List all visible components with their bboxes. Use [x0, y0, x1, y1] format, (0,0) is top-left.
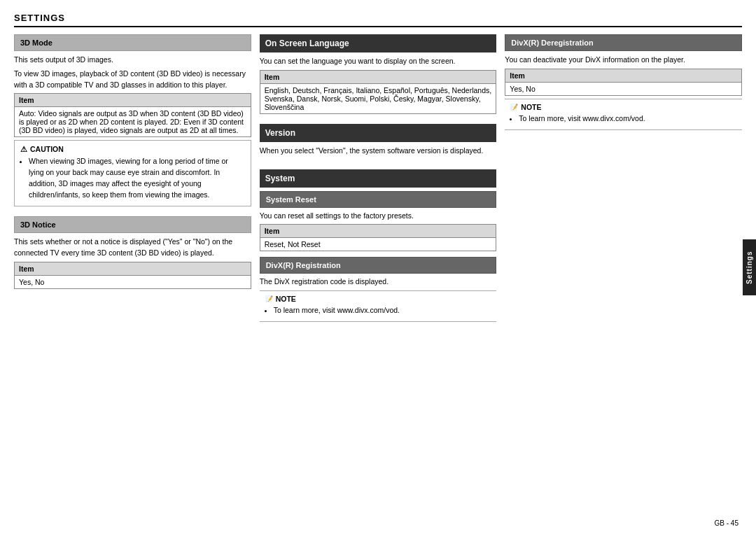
caution-box: ⚠ CAUTION When viewing 3D images, viewin… — [14, 140, 251, 206]
divx-registration-note: 📝 NOTE To learn more, visit www.divx.com… — [260, 290, 497, 322]
section-3d-notice: 3D Notice This sets whether or not a not… — [14, 216, 251, 289]
divx-deregistration-note-title: 📝 NOTE — [510, 103, 736, 111]
section-header-on-screen-language: On Screen Language — [260, 34, 497, 52]
3d-mode-body2: To view 3D images, playback of 3D conten… — [14, 69, 251, 91]
note-icon: 📝 — [265, 295, 273, 302]
3d-mode-body1: This sets output of 3D images. — [14, 55, 251, 66]
3d-notice-item-table: Item Yes, No — [14, 262, 251, 289]
column-2: On Screen Language You can set the langu… — [260, 34, 497, 326]
section-divx-deregistration: DivX(R) Deregistration You can deactivat… — [505, 34, 742, 130]
column-3: DivX(R) Deregistration You can deactivat… — [505, 34, 742, 326]
system-reset-body: You can reset all settings to the factor… — [260, 211, 497, 222]
settings-side-tab: Settings — [743, 239, 756, 295]
3d-notice-item-body: Yes, No — [15, 276, 251, 288]
version-body: When you select "Version", the system so… — [260, 146, 497, 157]
divx-registration-note-title: 📝 NOTE — [265, 295, 491, 303]
divx-deregistration-item-table: Item Yes, No — [505, 69, 742, 96]
divx-deregistration-item-header: Item — [505, 69, 741, 83]
3d-mode-item-body: Auto: Video signals are output as 3D whe… — [15, 107, 251, 136]
page-number: GB - 45 — [715, 519, 738, 527]
divx-deregistration-item-body: Yes, No — [505, 83, 741, 95]
section-header-divx-registration: DivX(R) Registration — [260, 257, 497, 274]
3d-mode-item-header: Item — [15, 94, 251, 107]
column-1: 3D Mode This sets output of 3D images. T… — [14, 34, 251, 326]
section-version: Version When you select "Version", the s… — [260, 124, 497, 160]
section-header-divx-deregistration: DivX(R) Deregistration — [505, 34, 742, 51]
caution-icon: ⚠ — [20, 145, 27, 153]
system-reset-item-header: Item — [260, 225, 496, 238]
divx-deregistration-note-body: To learn more, visit www.divx.com/vod. — [510, 113, 736, 125]
section-system: System System Reset You can reset all se… — [260, 169, 497, 322]
system-reset-item-body: Reset, Not Reset — [260, 238, 496, 251]
3d-notice-item-header: Item — [15, 262, 251, 276]
section-header-system: System — [260, 169, 497, 188]
system-reset-item-table: Item Reset, Not Reset — [260, 224, 497, 251]
divx-deregistration-body: You can deactivate your DivX information… — [505, 55, 742, 66]
3d-mode-item-table: Item Auto: Video signals are output as 3… — [14, 93, 251, 137]
page-title: SETTINGS — [14, 13, 742, 27]
caution-body: When viewing 3D images, viewing for a lo… — [20, 156, 245, 200]
on-screen-language-body: You can set the language you want to dis… — [260, 56, 497, 67]
note-icon-2: 📝 — [510, 104, 518, 111]
on-screen-language-item-table: Item English, Deutsch, Français, Italian… — [260, 70, 497, 114]
section-header-system-reset: System Reset — [260, 191, 497, 208]
caution-title: ⚠ CAUTION — [20, 145, 245, 153]
section-header-version: Version — [260, 124, 497, 142]
on-screen-language-item-header: Item — [260, 71, 496, 84]
section-on-screen-language: On Screen Language You can set the langu… — [260, 34, 497, 114]
divx-registration-body: The DivX registration code is displayed. — [260, 276, 497, 288]
divx-registration-note-body: To learn more, visit www.divx.com/vod. — [265, 305, 491, 316]
on-screen-language-item-body: English, Deutsch, Français, Italiano, Es… — [260, 84, 496, 113]
divx-deregistration-note: 📝 NOTE To learn more, visit www.divx.com… — [505, 99, 742, 130]
section-header-3d-mode: 3D Mode — [14, 34, 251, 51]
section-header-3d-notice: 3D Notice — [14, 216, 251, 233]
section-3d-mode: 3D Mode This sets output of 3D images. T… — [14, 34, 251, 206]
3d-notice-body: This sets whether or not a notice is dis… — [14, 237, 251, 259]
